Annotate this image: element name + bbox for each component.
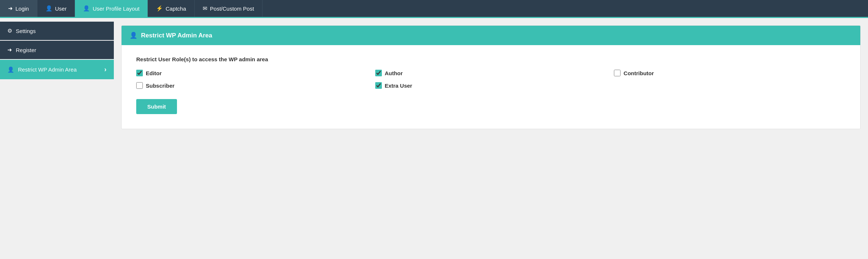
checkbox-subscriber-label: Subscriber	[146, 83, 174, 89]
settings-icon: ⚙	[7, 28, 12, 34]
tab-login-label: Login	[15, 6, 29, 12]
checkbox-editor-input[interactable]	[136, 70, 143, 76]
checkbox-author-label: Author	[385, 70, 403, 76]
tab-captcha-label: Captcha	[166, 6, 186, 12]
user-profile-icon: 👤	[83, 5, 90, 12]
restrict-icon: 👤	[7, 66, 14, 73]
tab-login[interactable]: ➜ Login	[0, 0, 37, 17]
sidebar-item-settings[interactable]: ⚙ Settings	[0, 22, 114, 40]
checkboxes-grid: Editor Author Contributor Subscriber	[136, 70, 846, 89]
sidebar: ⚙ Settings ➜ Register 👤 Restrict WP Admi…	[0, 18, 114, 257]
checkbox-extra-user-input[interactable]	[375, 82, 382, 89]
sidebar-restrict-label: Restrict WP Admin Area	[18, 66, 77, 73]
checkbox-contributor-label: Contributor	[623, 70, 654, 76]
login-icon: ➜	[8, 5, 13, 12]
checkbox-subscriber-input[interactable]	[136, 82, 143, 89]
sidebar-settings-label: Settings	[16, 28, 36, 34]
checkbox-contributor-input[interactable]	[614, 70, 621, 76]
section-title: Restrict User Role(s) to access the WP a…	[136, 56, 846, 62]
checkbox-editor-label: Editor	[146, 70, 162, 76]
captcha-icon: ⚡	[156, 5, 163, 12]
content-area: 👤 Restrict WP Admin Area Restrict User R…	[114, 18, 868, 257]
register-icon: ➜	[7, 47, 12, 53]
tab-user[interactable]: 👤 User	[37, 0, 75, 17]
panel-header: 👤 Restrict WP Admin Area	[122, 26, 860, 45]
panel-header-title: Restrict WP Admin Area	[141, 32, 212, 39]
submit-button[interactable]: Submit	[136, 99, 177, 114]
checkbox-extra-user[interactable]: Extra User	[375, 82, 607, 89]
sidebar-item-restrict-wp-admin[interactable]: 👤 Restrict WP Admin Area ›	[0, 60, 114, 79]
tab-user-profile-label: User Profile Layout	[93, 6, 140, 12]
post-icon: ✉	[203, 5, 207, 12]
checkbox-subscriber[interactable]: Subscriber	[136, 82, 368, 89]
panel-body: Restrict User Role(s) to access the WP a…	[122, 45, 860, 129]
checkbox-extra-user-label: Extra User	[385, 83, 412, 89]
chevron-right-icon: ›	[104, 66, 106, 73]
checkbox-contributor[interactable]: Contributor	[614, 70, 846, 76]
tab-user-label: User	[55, 6, 67, 12]
main-layout: ⚙ Settings ➜ Register 👤 Restrict WP Admi…	[0, 18, 868, 257]
checkbox-author-input[interactable]	[375, 70, 382, 76]
panel-header-icon: 👤	[130, 32, 137, 39]
top-nav: ➜ Login 👤 User 👤 User Profile Layout ⚡ C…	[0, 0, 868, 18]
checkbox-editor[interactable]: Editor	[136, 70, 368, 76]
tab-post-label: Post/Custom Post	[210, 6, 254, 12]
tab-user-profile-layout[interactable]: 👤 User Profile Layout	[75, 0, 148, 17]
sidebar-item-register[interactable]: ➜ Register	[0, 41, 114, 59]
user-icon: 👤	[46, 5, 53, 12]
restrict-wp-admin-panel: 👤 Restrict WP Admin Area Restrict User R…	[121, 25, 861, 129]
sidebar-register-label: Register	[16, 47, 36, 53]
tab-captcha[interactable]: ⚡ Captcha	[148, 0, 195, 17]
tab-post-custom-post[interactable]: ✉ Post/Custom Post	[195, 0, 263, 17]
checkbox-author[interactable]: Author	[375, 70, 607, 76]
